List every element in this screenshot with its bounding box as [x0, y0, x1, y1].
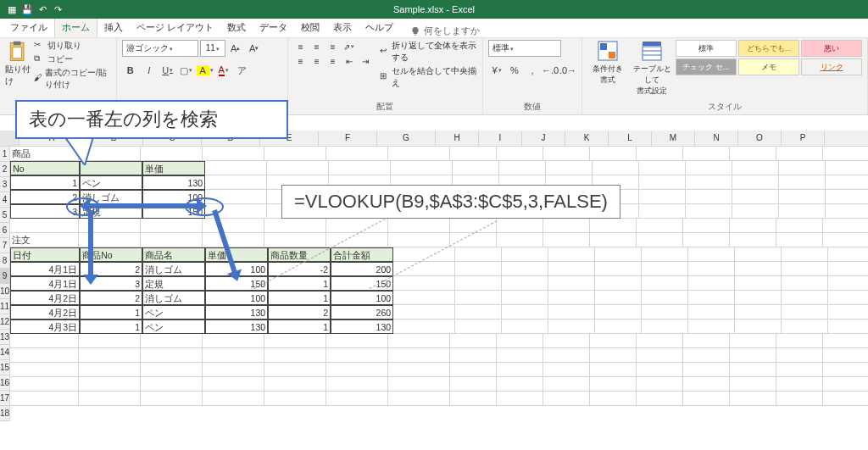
- cell-P13[interactable]: [828, 319, 868, 334]
- cell-K17[interactable]: [590, 377, 637, 392]
- cell-A3[interactable]: 1: [10, 175, 80, 190]
- cell-L2[interactable]: [639, 161, 686, 175]
- cell-N9[interactable]: [735, 262, 782, 276]
- tab-file[interactable]: ファイル: [3, 18, 54, 37]
- style-neutral[interactable]: どちらでも...: [738, 40, 799, 57]
- cell-M6[interactable]: [683, 219, 730, 233]
- cell-C16[interactable]: [141, 363, 203, 377]
- copy-button[interactable]: ⧉コピー: [34, 53, 110, 65]
- cell-P11[interactable]: [828, 291, 868, 305]
- cell-E13[interactable]: 1: [268, 319, 331, 334]
- cell-D12[interactable]: 130: [205, 305, 268, 319]
- cell-B13[interactable]: 1: [80, 319, 142, 334]
- cell-C7[interactable]: [141, 233, 203, 247]
- cell-H13[interactable]: [455, 319, 502, 334]
- tab-home[interactable]: ホーム: [54, 16, 97, 37]
- col-header-M[interactable]: M: [652, 131, 695, 146]
- cell-A6[interactable]: [10, 219, 79, 233]
- cell-O3[interactable]: [779, 175, 826, 190]
- cell-J11[interactable]: [548, 291, 595, 305]
- cell-G17[interactable]: [388, 377, 450, 392]
- cell-I12[interactable]: [502, 305, 548, 319]
- cell-M5[interactable]: [686, 204, 732, 219]
- cell-E12[interactable]: 2: [268, 305, 331, 319]
- decimal-dec-button[interactable]: .0→: [559, 62, 576, 79]
- cell-P16[interactable]: [823, 363, 868, 377]
- cell-L4[interactable]: [639, 190, 686, 204]
- cell-L6[interactable]: [637, 219, 683, 233]
- col-header-P[interactable]: P: [782, 131, 825, 146]
- tab-help[interactable]: ヘルプ: [359, 18, 400, 37]
- cell-M14[interactable]: [683, 334, 730, 348]
- cell-N15[interactable]: [730, 348, 776, 363]
- cell-M10[interactable]: [688, 276, 735, 291]
- cell-I15[interactable]: [497, 348, 543, 363]
- cell-C1[interactable]: [141, 147, 203, 161]
- cell-D1[interactable]: [203, 147, 264, 161]
- cell-C15[interactable]: [141, 348, 203, 363]
- cell-L18[interactable]: [637, 392, 683, 406]
- style-standard[interactable]: 標準: [676, 40, 737, 57]
- cell-K15[interactable]: [590, 348, 637, 363]
- cell-O13[interactable]: [782, 319, 828, 334]
- cell-K6[interactable]: [590, 219, 637, 233]
- row-header-9[interactable]: 9: [0, 269, 9, 284]
- cell-A18[interactable]: [10, 392, 79, 406]
- cell-N2[interactable]: [732, 161, 779, 175]
- cell-L15[interactable]: [637, 348, 683, 363]
- align-middle-button[interactable]: ≡: [309, 40, 325, 53]
- cell-D16[interactable]: [203, 363, 264, 377]
- cell-K7[interactable]: [590, 233, 637, 247]
- cell-I1[interactable]: [497, 147, 543, 161]
- cell-L16[interactable]: [637, 363, 683, 377]
- cell-I18[interactable]: [497, 392, 543, 406]
- cell-P1[interactable]: [823, 147, 868, 161]
- row-header-6[interactable]: 6: [0, 223, 9, 238]
- cell-H17[interactable]: [450, 377, 497, 392]
- bold-button[interactable]: B: [122, 62, 139, 79]
- cell-N8[interactable]: [735, 247, 782, 262]
- cell-A11[interactable]: 4月2日: [10, 291, 80, 305]
- cell-A10[interactable]: 4月1日: [10, 276, 80, 291]
- cell-O5[interactable]: [779, 204, 826, 219]
- cell-D3[interactable]: [205, 175, 267, 190]
- italic-button[interactable]: I: [141, 62, 158, 79]
- cell-O2[interactable]: [779, 161, 826, 175]
- tab-data[interactable]: データ: [253, 18, 294, 37]
- cell-G7[interactable]: [388, 233, 450, 247]
- cell-A7[interactable]: 注文: [10, 233, 79, 247]
- col-header-H[interactable]: H: [436, 131, 479, 146]
- cell-M4[interactable]: [686, 190, 732, 204]
- tellme-search[interactable]: 何をしますか: [410, 25, 480, 37]
- cell-D11[interactable]: 100: [205, 291, 268, 305]
- cell-B3[interactable]: ペン: [80, 175, 142, 190]
- cell-G10[interactable]: [393, 276, 455, 291]
- cell-E14[interactable]: [264, 334, 326, 348]
- indent-inc-button[interactable]: ⇥: [358, 54, 373, 68]
- save-icon[interactable]: 💾: [20, 3, 34, 16]
- cell-K8[interactable]: [595, 247, 642, 262]
- cell-L5[interactable]: [639, 204, 686, 219]
- cell-L13[interactable]: [642, 319, 688, 334]
- cell-C8[interactable]: 商品名: [142, 247, 205, 262]
- row-header-14[interactable]: 14: [0, 345, 9, 360]
- cell-B17[interactable]: [79, 377, 141, 392]
- cell-K9[interactable]: [595, 262, 642, 276]
- cell-C9[interactable]: 消しゴム: [142, 262, 205, 276]
- cell-J15[interactable]: [543, 348, 590, 363]
- undo-icon[interactable]: ↶: [36, 3, 49, 16]
- cell-E16[interactable]: [264, 363, 326, 377]
- cell-P18[interactable]: [823, 392, 868, 406]
- cell-A12[interactable]: 4月2日: [10, 305, 80, 319]
- cell-A13[interactable]: 4月3日: [10, 319, 80, 334]
- col-header-G[interactable]: G: [377, 131, 436, 146]
- cell-H9[interactable]: [455, 262, 502, 276]
- cell-H18[interactable]: [450, 392, 497, 406]
- row-header-16[interactable]: 16: [0, 375, 9, 391]
- cell-E7[interactable]: [264, 233, 326, 247]
- cell-O14[interactable]: [776, 334, 823, 348]
- currency-button[interactable]: ¥: [488, 62, 505, 79]
- cell-A17[interactable]: [10, 377, 79, 392]
- cell-J17[interactable]: [543, 377, 590, 392]
- cell-I11[interactable]: [502, 291, 548, 305]
